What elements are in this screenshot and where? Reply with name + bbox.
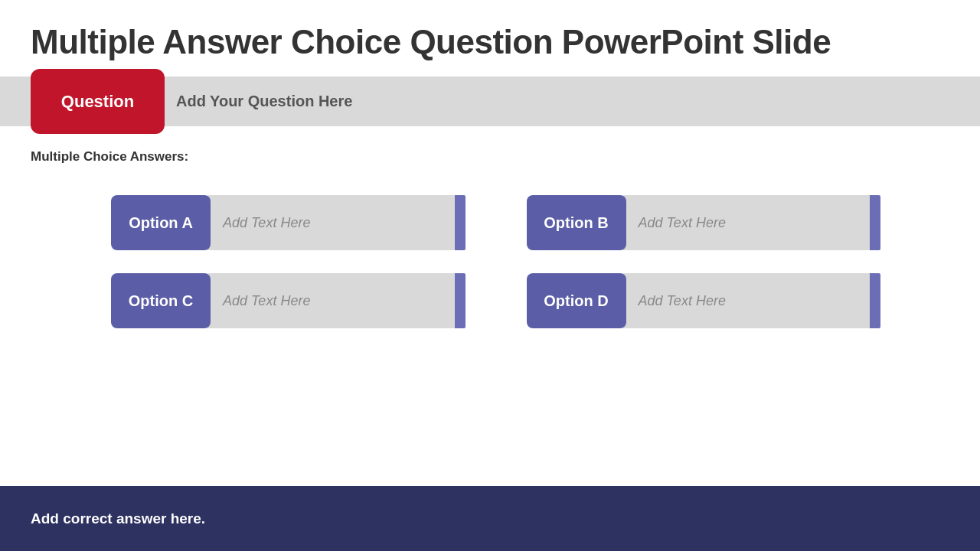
option-label-d: Option D [527, 273, 626, 328]
option-bar-d [870, 273, 880, 328]
option-card-d[interactable]: Option DAdd Text Here [527, 273, 881, 328]
page-title: Multiple Answer Choice Question PowerPoi… [0, 0, 980, 77]
option-card-c[interactable]: Option CAdd Text Here [111, 273, 466, 328]
option-bar-c [455, 273, 466, 328]
option-text-b[interactable]: Add Text Here [623, 195, 871, 250]
option-label-a: Option A [111, 195, 211, 250]
option-text-c[interactable]: Add Text Here [207, 273, 455, 328]
option-card-a[interactable]: Option AAdd Text Here [111, 195, 466, 250]
option-text-a[interactable]: Add Text Here [207, 195, 455, 250]
footer: Add correct answer here. [0, 486, 980, 551]
question-badge: Question [31, 69, 165, 134]
option-card-b[interactable]: Option BAdd Text Here [527, 195, 881, 250]
option-label-b: Option B [527, 195, 626, 250]
question-placeholder-text[interactable]: Add Your Question Here [176, 93, 352, 110]
options-grid: Option AAdd Text HereOption BAdd Text He… [0, 172, 980, 351]
option-bar-a [455, 195, 466, 250]
option-label-c: Option C [111, 273, 211, 328]
option-text-d[interactable]: Add Text Here [623, 273, 871, 328]
question-bar: Question Add Your Question Here [0, 77, 980, 126]
option-bar-b [870, 195, 880, 250]
footer-text: Add correct answer here. [31, 510, 205, 527]
